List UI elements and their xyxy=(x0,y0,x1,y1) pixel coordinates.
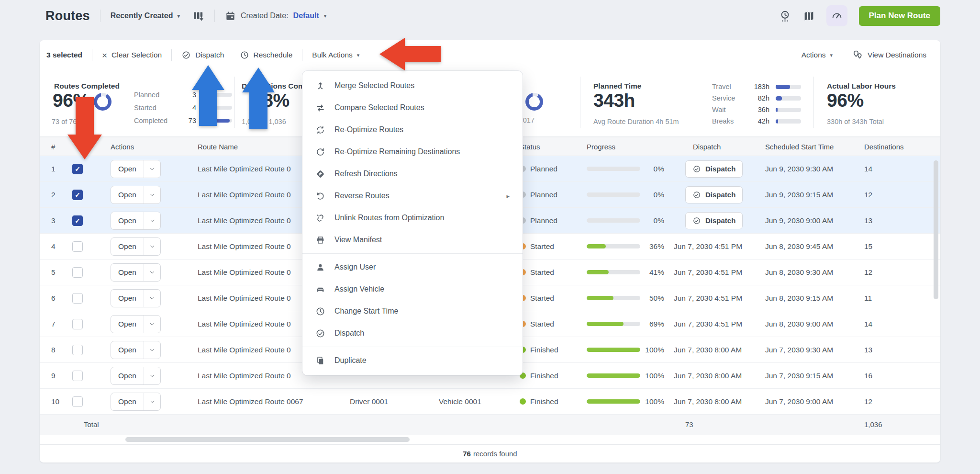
col-header-scheduled[interactable]: Scheduled Start Time xyxy=(753,143,848,151)
menu-item-view-manifest[interactable]: View Manifest xyxy=(302,229,523,251)
divider xyxy=(214,10,215,22)
vertical-scrollbar-thumb[interactable] xyxy=(934,160,938,299)
status-label: Finished xyxy=(530,397,558,406)
records-footer: 76 records found xyxy=(40,444,940,463)
stat-planned-time-subtext: Avg Route Duration 4h 51m xyxy=(593,118,679,125)
directions-icon xyxy=(315,169,325,179)
open-route-dropdown[interactable] xyxy=(144,290,160,307)
row-checkbox[interactable] xyxy=(72,293,83,304)
history-button[interactable] xyxy=(779,10,791,23)
open-route-button[interactable]: Open xyxy=(111,160,144,178)
map-pins-icon xyxy=(852,49,863,61)
menu-item-reoptimize-remaining-destinations[interactable]: Re-Optimize Remaining Destinations xyxy=(302,141,523,163)
route-vehicle: Vehicle 0001 xyxy=(434,397,516,406)
merge-icon xyxy=(315,81,325,91)
col-header-actions[interactable]: Actions xyxy=(97,143,193,151)
row-checkbox[interactable]: ✓ xyxy=(72,215,83,226)
stat-planned-time-title: Planned Time xyxy=(593,82,642,90)
row-checkbox[interactable] xyxy=(72,241,83,252)
columns-settings-button[interactable] xyxy=(192,10,204,22)
time-breakdown-row: Wait36h xyxy=(712,106,801,113)
plan-new-route-button[interactable]: Plan New Route xyxy=(859,6,940,26)
time-breakdown-row: Service82h xyxy=(712,94,801,102)
chevron-down-icon xyxy=(149,243,156,250)
row-checkbox[interactable] xyxy=(72,396,83,407)
open-route-dropdown[interactable] xyxy=(144,316,160,333)
col-header-status[interactable]: Status xyxy=(516,143,583,151)
open-route-button[interactable]: Open xyxy=(111,238,144,255)
menu-item-unlink-routes[interactable]: Unlink Routes from Optimization xyxy=(302,207,523,229)
open-route-dropdown[interactable] xyxy=(144,212,160,229)
map-view-button[interactable] xyxy=(803,10,815,22)
menu-item-reoptimize-routes[interactable]: Re-Optimize Routes xyxy=(302,119,523,141)
open-route-button[interactable]: Open xyxy=(111,393,144,410)
open-route-dropdown[interactable] xyxy=(144,367,160,384)
menu-item-change-start-time[interactable]: Change Start Time xyxy=(302,300,523,322)
top-bar: Routes Recently Created ▾ Created Date: … xyxy=(45,0,940,32)
row-checkbox[interactable] xyxy=(72,345,83,355)
chevron-down-icon xyxy=(149,295,156,302)
row-dispatch-button[interactable]: Dispatch xyxy=(685,186,743,203)
row-dispatch-button[interactable]: Dispatch xyxy=(685,212,743,229)
gauge-icon xyxy=(831,10,843,22)
printer-icon xyxy=(315,235,325,245)
chevron-down-icon xyxy=(149,269,156,276)
dashboard-toggle-button[interactable] xyxy=(826,5,847,26)
dispatch-toolbar-button[interactable]: Dispatch xyxy=(181,50,224,60)
dispatch-time: Jun 7, 2030 4:51 PM xyxy=(674,320,742,328)
view-destinations-button[interactable]: View Destinations xyxy=(852,49,926,61)
scheduled-start-time: Jun 8, 2030 9:45 AM xyxy=(753,242,848,251)
row-checkbox[interactable] xyxy=(72,267,83,278)
menu-item-assign-user[interactable]: Assign User xyxy=(302,256,523,278)
scheduled-start-time: Jun 8, 2030 9:15 AM xyxy=(753,294,848,303)
open-route-button[interactable]: Open xyxy=(111,212,144,229)
clear-selection-button[interactable]: × Clear Selection xyxy=(102,51,162,60)
reschedule-toolbar-button[interactable]: Reschedule xyxy=(240,50,293,60)
open-route-button[interactable]: Open xyxy=(111,367,144,384)
row-dispatch-button[interactable]: Dispatch xyxy=(685,160,743,178)
open-route-dropdown[interactable] xyxy=(144,160,160,178)
sort-dropdown-label: Recently Created xyxy=(111,11,173,20)
open-route-button[interactable]: Open xyxy=(111,290,144,307)
row-checkbox[interactable]: ✓ xyxy=(72,190,83,200)
route-name[interactable]: Last Mile Optimized Route 0067 xyxy=(193,397,346,406)
open-route-button[interactable]: Open xyxy=(111,264,144,281)
actions-dropdown[interactable]: Actions ▾ xyxy=(802,51,833,59)
open-route-button[interactable]: Open xyxy=(111,341,144,359)
col-header-dispatch[interactable]: Dispatch xyxy=(664,143,753,151)
unlink-icon xyxy=(315,213,325,223)
open-route-dropdown[interactable] xyxy=(144,264,160,281)
col-header-destinations[interactable]: Destinations xyxy=(848,143,940,151)
row-number: 6 xyxy=(40,294,68,303)
open-route-dropdown[interactable] xyxy=(144,238,160,255)
menu-item-reverse-routes[interactable]: Reverse Routes ▸ xyxy=(302,185,523,207)
open-route-dropdown[interactable] xyxy=(144,341,160,359)
status-label: Finished xyxy=(530,346,558,354)
menu-item-assign-vehicle[interactable]: Assign Vehicle xyxy=(302,278,523,300)
col-header-progress[interactable]: Progress xyxy=(583,143,664,151)
menu-item-dispatch[interactable]: Dispatch xyxy=(302,322,523,344)
menu-item-merge-selected-routes[interactable]: Merge Selected Routes xyxy=(302,75,523,97)
progress-percent: 100% xyxy=(643,346,664,354)
menu-item-refresh-directions[interactable]: Refresh Directions xyxy=(302,163,523,185)
created-date-filter[interactable]: Created Date: Default ▾ xyxy=(225,11,326,22)
status-label: Finished xyxy=(530,372,558,380)
open-route-button[interactable]: Open xyxy=(111,186,144,203)
open-route-button[interactable]: Open xyxy=(111,316,144,333)
row-checkbox[interactable] xyxy=(72,371,83,381)
menu-item-compare-selected-routes[interactable]: Compare Selected Routes xyxy=(302,97,523,119)
horizontal-scrollbar xyxy=(40,435,940,444)
row-checkbox[interactable] xyxy=(72,319,83,329)
open-route-dropdown[interactable] xyxy=(144,186,160,203)
open-route-dropdown[interactable] xyxy=(144,393,160,410)
horizontal-scrollbar-thumb[interactable] xyxy=(125,437,410,442)
duplicate-icon xyxy=(315,356,325,366)
col-header-num[interactable]: # xyxy=(40,143,68,151)
destinations-completed-ring xyxy=(525,93,543,111)
chevron-down-icon xyxy=(149,398,156,405)
sort-dropdown[interactable]: Recently Created ▾ xyxy=(111,11,180,20)
row-checkbox[interactable]: ✓ xyxy=(72,164,83,174)
status-label: Started xyxy=(530,320,554,328)
bulk-actions-button[interactable]: Bulk Actions ▾ xyxy=(312,51,359,59)
menu-item-duplicate[interactable]: Duplicate xyxy=(302,350,523,372)
